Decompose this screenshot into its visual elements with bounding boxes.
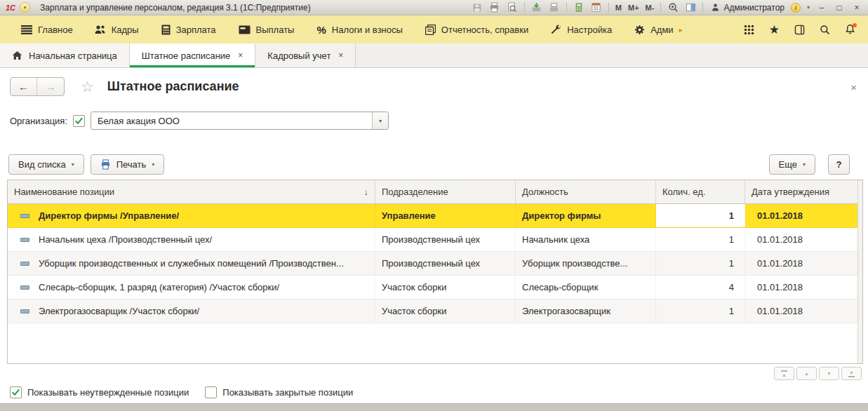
import-icon[interactable] bbox=[531, 2, 542, 13]
cell-name: Уборщик производственных и служебных пом… bbox=[39, 258, 344, 269]
scroll-up-button[interactable]: ▲ bbox=[796, 367, 817, 380]
print-button[interactable]: Печать ▾ bbox=[91, 154, 165, 175]
user-icon bbox=[709, 2, 721, 13]
memory-m-plus-button[interactable]: M+ bbox=[628, 4, 639, 12]
percent-icon: % bbox=[316, 24, 326, 36]
tab-kadrovy-uchet[interactable]: Кадровый учет × bbox=[255, 43, 356, 67]
show-closed-checkbox[interactable] bbox=[205, 386, 217, 398]
table-row[interactable]: Директор фирмы /Управление/ Управление Д… bbox=[8, 204, 857, 228]
tab-shtatnoe-raspisanie[interactable]: Штатное расписание × bbox=[130, 43, 256, 67]
minimize-button[interactable]: – bbox=[816, 3, 827, 13]
window-title: Зарплата и управление персоналом, редакц… bbox=[40, 3, 311, 13]
column-header-name[interactable]: Наименование позиции ↓ bbox=[8, 180, 375, 203]
table-row[interactable]: Слесарь-сборщик, 1 разряд (категория) /У… bbox=[8, 276, 857, 299]
menu-item-zarplata[interactable]: Зарплата bbox=[150, 15, 227, 43]
help-button[interactable]: ? bbox=[828, 154, 850, 175]
column-header-date[interactable]: Дата утверждения bbox=[745, 180, 857, 203]
sort-descending-icon[interactable]: ↓ bbox=[364, 187, 369, 197]
filter-footer: Показывать неутвержденные позиции Показы… bbox=[0, 380, 868, 398]
favorites-button[interactable]: ★ bbox=[769, 24, 780, 36]
table-header: Наименование позиции ↓ Подразделение Дол… bbox=[8, 180, 857, 204]
tab-close-icon[interactable]: × bbox=[338, 50, 343, 60]
search-icon[interactable] bbox=[820, 25, 830, 35]
card-icon bbox=[239, 25, 251, 34]
menu-item-main[interactable]: Главное bbox=[8, 15, 83, 43]
show-closed-label: Показывать закрытые позиции bbox=[222, 387, 353, 398]
print-preview-icon[interactable] bbox=[507, 2, 518, 13]
table-empty-area bbox=[8, 323, 857, 363]
all-functions-button[interactable] bbox=[744, 25, 754, 35]
back-button[interactable]: ← bbox=[11, 78, 37, 95]
calculator-icon[interactable] bbox=[573, 2, 585, 13]
more-button[interactable]: Еще ▾ bbox=[769, 154, 815, 175]
cell-name: Электрогазосварщик /Участок сборки/ bbox=[39, 306, 199, 316]
calendar-icon[interactable]: 31 bbox=[591, 2, 602, 13]
zoom-icon[interactable] bbox=[667, 2, 679, 13]
tab-label: Кадровый учет bbox=[267, 50, 330, 61]
window-bottom-edge bbox=[0, 403, 868, 411]
cell-position: Начальник цеха bbox=[516, 228, 656, 251]
row-marker-icon bbox=[20, 238, 29, 242]
menu-item-otchetnost[interactable]: Отчетность, справки bbox=[414, 15, 540, 43]
user-chip[interactable]: Администратор bbox=[709, 2, 784, 13]
row-marker-icon bbox=[20, 214, 29, 218]
forward-button[interactable]: → bbox=[37, 78, 64, 95]
people-icon bbox=[94, 25, 106, 35]
memory-m-minus-button[interactable]: M- bbox=[646, 4, 655, 12]
command-bar: Вид списка ▾ Печать ▾ Еще ▾ ? bbox=[0, 130, 868, 175]
menu-item-vyplaty[interactable]: Выплаты bbox=[227, 15, 306, 43]
table-row[interactable]: Уборщик производственных и служебных пом… bbox=[8, 252, 857, 276]
system-menu-button[interactable]: ▾ bbox=[20, 2, 30, 13]
report-icon bbox=[425, 25, 436, 35]
organization-value[interactable]: Белая акация ООО bbox=[91, 112, 372, 129]
scroll-top-button[interactable]: ▲ bbox=[774, 367, 794, 380]
history-button[interactable] bbox=[794, 25, 805, 35]
print-icon[interactable] bbox=[489, 2, 500, 13]
chevron-down-icon: ▾ bbox=[803, 161, 806, 168]
menu-item-nastroyka[interactable]: Настройка bbox=[540, 15, 623, 43]
column-header-position[interactable]: Должность bbox=[516, 180, 656, 203]
column-header-department[interactable]: Подразделение bbox=[375, 180, 516, 203]
cell-date: 01.01.2018 bbox=[745, 252, 857, 275]
organization-combobox[interactable]: Белая акация ООО ▾ bbox=[91, 112, 389, 130]
form-close-button[interactable]: × bbox=[850, 82, 857, 93]
favorite-star-icon[interactable]: ☆ bbox=[81, 79, 94, 95]
tab-home[interactable]: Начальная страница bbox=[0, 43, 130, 67]
notification-dot bbox=[853, 23, 857, 27]
table-row[interactable]: Начальник цеха /Производственный цех/ Пр… bbox=[8, 228, 857, 252]
combo-dropdown-button[interactable]: ▾ bbox=[372, 112, 388, 129]
menu-label: Кадры bbox=[112, 25, 139, 35]
menu-item-nalogi[interactable]: % Налоги и взносы bbox=[305, 15, 413, 43]
menu-label: Налоги и взносы bbox=[332, 25, 403, 35]
window-titlebar: 1С ▾ Зарплата и управление персоналом, р… bbox=[0, 0, 868, 15]
view-list-button[interactable]: Вид списка ▾ bbox=[8, 154, 84, 175]
notifications-button[interactable] bbox=[845, 24, 855, 35]
tab-close-icon[interactable]: × bbox=[238, 50, 243, 60]
cell-position: Слесарь-сборщик bbox=[516, 276, 656, 299]
info-button[interactable]: i bbox=[791, 3, 801, 13]
column-header-qty[interactable]: Колич. ед. bbox=[656, 180, 745, 203]
menu-overflow-chevron-icon[interactable]: ▸ bbox=[679, 26, 683, 34]
save-icon[interactable] bbox=[472, 2, 483, 13]
export-icon[interactable] bbox=[549, 2, 560, 13]
window-close-button[interactable]: × bbox=[851, 3, 862, 13]
row-marker-icon bbox=[20, 262, 29, 266]
info-caret-icon[interactable]: ▾ bbox=[807, 4, 810, 11]
organization-checkbox[interactable] bbox=[73, 115, 85, 127]
titlebar-separator bbox=[566, 3, 567, 12]
scroll-down-button[interactable]: ▼ bbox=[819, 367, 839, 380]
gear-icon bbox=[634, 25, 645, 35]
maximize-button[interactable]: □ bbox=[834, 3, 845, 13]
column-label: Наименование позиции bbox=[14, 187, 114, 197]
table-row[interactable]: Электрогазосварщик /Участок сборки/ Учас… bbox=[8, 299, 857, 323]
menu-item-kadry[interactable]: Кадры bbox=[83, 15, 150, 43]
memory-m-button[interactable]: M bbox=[615, 4, 622, 12]
vertical-scrollbar[interactable] bbox=[857, 180, 862, 363]
cell-date: 01.01.2018 bbox=[745, 204, 857, 227]
cell-department: Производственный цех bbox=[375, 252, 516, 275]
scroll-nav-buttons: ▲ ▲ ▼ ▼ bbox=[0, 364, 868, 380]
menu-item-administrirovanie[interactable]: Адми ▸ bbox=[623, 15, 694, 43]
split-window-icon[interactable] bbox=[685, 2, 696, 13]
show-unapproved-checkbox[interactable] bbox=[10, 386, 22, 398]
scroll-bottom-button[interactable]: ▼ bbox=[841, 367, 862, 380]
